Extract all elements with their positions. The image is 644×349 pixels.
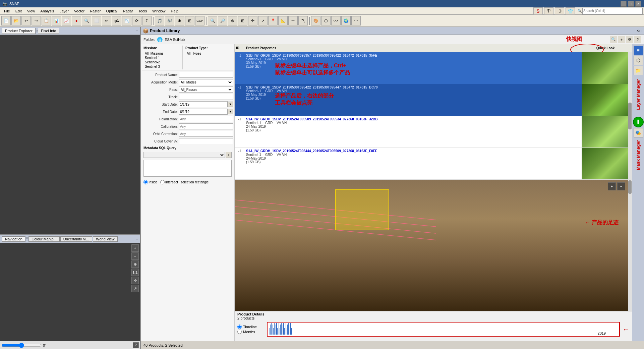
metadata-sql-select[interactable] bbox=[143, 152, 225, 158]
metadata-sql-add[interactable]: + bbox=[226, 152, 232, 158]
snap-shirt-btn[interactable]: 👕 bbox=[566, 7, 575, 15]
product-name-input[interactable] bbox=[179, 72, 233, 78]
toolbar-zoom-100[interactable]: ⊞ bbox=[238, 16, 247, 25]
product-lib-close[interactable]: × bbox=[637, 28, 639, 33]
tab-uncertainty[interactable]: Uncertainty Vi... bbox=[60, 236, 92, 242]
toolbar-copy[interactable]: 📋 bbox=[42, 16, 51, 25]
mission-sentinel2[interactable]: Sentinel-2 bbox=[143, 60, 181, 64]
map-zoom-in-btn[interactable]: + bbox=[608, 182, 616, 190]
product-lib-expand[interactable]: □ bbox=[640, 28, 642, 33]
toolbar-color[interactable]: 🎨 bbox=[311, 16, 320, 25]
sidebar-mask-btn[interactable]: 🎭 bbox=[634, 128, 643, 137]
result-item-4[interactable]: -1 S1A_IW_GRDH_1SDV_20190524T095444_2019… bbox=[235, 148, 632, 180]
toolbar-redo[interactable]: ↪ bbox=[32, 16, 41, 25]
map-scroll-thumb[interactable] bbox=[628, 180, 632, 194]
result-item-1[interactable]: -1 S1B_IW_GRDH_1SDV_20190530T095357_2019… bbox=[235, 52, 632, 84]
nav-arrow[interactable]: ↗ bbox=[131, 285, 139, 292]
snap-zh-btn[interactable]: 中 bbox=[544, 7, 553, 15]
end-date-picker[interactable]: ▼ bbox=[228, 109, 233, 114]
pass-select[interactable]: All_Passes bbox=[179, 86, 233, 93]
menu-raster[interactable]: Raster bbox=[87, 8, 103, 14]
intersect-radio[interactable] bbox=[160, 180, 165, 184]
toolbar-ooi[interactable]: OOI bbox=[331, 16, 341, 25]
toolbar-world[interactable]: 🌍 bbox=[341, 16, 351, 25]
toolbar-dots[interactable]: ⋯ bbox=[351, 16, 361, 25]
main-search-input[interactable] bbox=[582, 8, 643, 14]
menu-edit[interactable]: Edit bbox=[13, 8, 24, 14]
toolbar-arrow[interactable]: ↗ bbox=[258, 16, 268, 25]
track-input[interactable] bbox=[179, 94, 233, 100]
calibration-input[interactable] bbox=[179, 123, 233, 129]
zoom-slider[interactable] bbox=[1, 343, 42, 348]
toolbar-roi[interactable]: ⬜ bbox=[92, 16, 101, 25]
menu-help[interactable]: Help bbox=[168, 8, 181, 14]
toolbar-open[interactable]: 📂 bbox=[11, 16, 21, 25]
acquisition-mode-select[interactable]: All_Modes bbox=[179, 79, 233, 85]
toolbar-sigma[interactable]: φλ bbox=[112, 16, 121, 25]
menu-window[interactable]: Window bbox=[150, 8, 168, 14]
toolbar-measure[interactable]: 📐 bbox=[278, 16, 288, 25]
start-date-picker[interactable]: ▼ bbox=[228, 102, 233, 107]
toolbar-band[interactable]: 🎵 bbox=[155, 16, 164, 25]
toolbar-graph2[interactable]: 📈 bbox=[62, 16, 71, 25]
months-radio[interactable] bbox=[237, 330, 242, 334]
toolbar-profile2[interactable]: 〽 bbox=[298, 16, 308, 25]
mission-all[interactable]: All_Missions bbox=[143, 51, 181, 56]
menu-vector[interactable]: Vector bbox=[71, 8, 87, 14]
toolbar-red[interactable]: ● bbox=[72, 16, 81, 25]
snap-moon-btn[interactable]: ☽ bbox=[555, 7, 564, 15]
scroll-thumb[interactable] bbox=[628, 103, 632, 129]
menu-radar[interactable]: Radar bbox=[120, 8, 136, 14]
nav-zoom-in[interactable]: + bbox=[131, 244, 139, 252]
map-zoom-out-btn[interactable]: − bbox=[617, 182, 625, 190]
toolbar-star[interactable]: ✱ bbox=[175, 16, 184, 25]
toolbar-new[interactable]: 📄 bbox=[1, 16, 11, 25]
sidebar-list-btn[interactable]: ≡ bbox=[634, 46, 643, 55]
sidebar-btn2[interactable]: ⬡ bbox=[634, 56, 643, 65]
nav-zoom-out[interactable]: − bbox=[131, 252, 139, 260]
nav-pan[interactable]: ✢ bbox=[131, 277, 139, 284]
menu-file[interactable]: File bbox=[1, 8, 13, 14]
toolbar-zoom-out[interactable]: 🔎 bbox=[218, 16, 227, 25]
minimize-btn[interactable]: − bbox=[621, 1, 627, 7]
tab-pixel-info[interactable]: Pixel Info bbox=[38, 28, 59, 34]
polarization-input[interactable] bbox=[179, 116, 233, 122]
toolbar-gcp[interactable]: GCP bbox=[195, 16, 204, 25]
tab-product-explorer[interactable]: Product Explorer bbox=[2, 28, 36, 34]
close-btn[interactable]: × bbox=[635, 1, 641, 7]
toolbar-layer2[interactable]: ⬡ bbox=[321, 16, 331, 25]
toolbar-search[interactable]: 🔍 bbox=[82, 16, 91, 25]
folder-settings-btn[interactable]: ⚙ bbox=[626, 36, 633, 43]
mission-sentinel1[interactable]: Sentinel-1 bbox=[143, 56, 181, 60]
toolbar-graph[interactable]: 📊 bbox=[52, 16, 61, 25]
nav-minimize[interactable]: − bbox=[136, 237, 138, 241]
navigation-close-x[interactable]: × bbox=[26, 236, 28, 242]
sidebar-btn3[interactable]: 📁 bbox=[634, 66, 643, 75]
snap-s-btn[interactable]: S bbox=[533, 7, 543, 15]
metadata-sql-textarea[interactable] bbox=[143, 160, 232, 177]
tab-colour-manip[interactable]: Colour Manip... bbox=[28, 236, 60, 242]
toolbar-edit[interactable]: ✏ bbox=[102, 16, 111, 25]
menu-optical[interactable]: Optical bbox=[103, 8, 120, 14]
result-item-3[interactable]: -1 S1A_IW_GRDH_1SDV_20190524T095509_2019… bbox=[235, 116, 632, 148]
timeline-radio[interactable] bbox=[237, 325, 242, 329]
tab-navigation[interactable]: Navigation bbox=[2, 236, 25, 242]
result-item-2[interactable]: -1 S1B_IW_GRDH_1SDV_20190530T095422_2019… bbox=[235, 84, 632, 116]
mission-sentinel3[interactable]: Sentinel-3 bbox=[143, 64, 181, 69]
toolbar-band2[interactable]: 🎶 bbox=[165, 16, 174, 25]
toolbar-grid[interactable]: ⊞ bbox=[185, 16, 194, 25]
toolbar-move[interactable]: ✢ bbox=[248, 16, 257, 25]
menu-view[interactable]: View bbox=[24, 8, 38, 14]
inside-radio[interactable] bbox=[143, 180, 148, 184]
toolbar-profile[interactable]: 〰 bbox=[288, 16, 298, 25]
menu-layer[interactable]: Layer bbox=[57, 8, 71, 14]
menu-analysis[interactable]: Analysis bbox=[38, 8, 57, 14]
folder-help-btn[interactable]: ? bbox=[634, 36, 641, 43]
download-btn[interactable]: ⬇ bbox=[633, 117, 644, 127]
nav-help[interactable]: ? bbox=[133, 342, 139, 348]
toolbar-zoom-fit[interactable]: ⊕ bbox=[228, 16, 237, 25]
toolbar-pin[interactable]: 📍 bbox=[268, 16, 278, 25]
nav-zoom-100[interactable]: 1:1 bbox=[131, 269, 139, 276]
menu-tools[interactable]: Tools bbox=[136, 8, 150, 14]
toolbar-chart[interactable]: 📉 bbox=[122, 16, 131, 25]
